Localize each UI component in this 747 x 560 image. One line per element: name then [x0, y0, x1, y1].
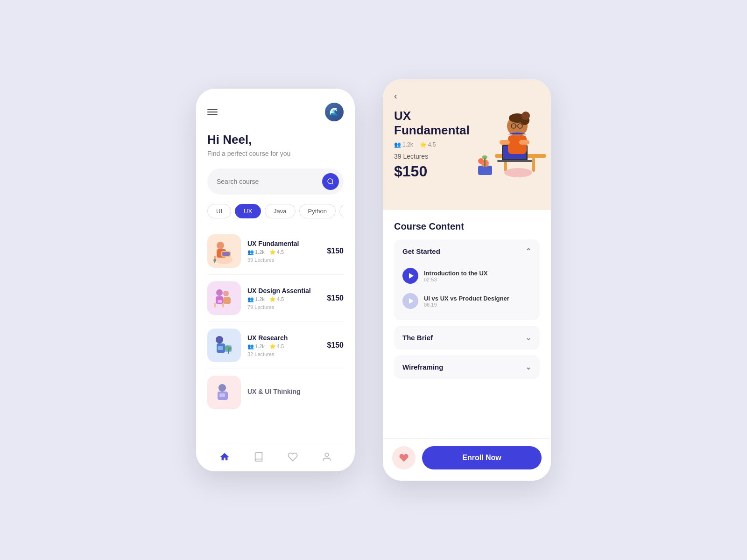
svg-point-23: [228, 347, 232, 350]
course-price: $150: [327, 294, 344, 302]
accordion-get-started: Get Started ⌃ Introduction to the UX 02:…: [394, 239, 540, 320]
lesson-duration: 06:19: [424, 302, 531, 308]
students-meta: 👥 1.2k: [394, 141, 413, 148]
search-bar: [207, 168, 344, 195]
svg-point-3: [217, 242, 224, 249]
course-info: UX Research 👥 1.2k ⭐ 4.5 32 Lectures: [247, 334, 320, 357]
course-thumbnail-2: [207, 281, 241, 315]
favorite-button[interactable]: [392, 446, 416, 469]
search-button[interactable]: [322, 173, 339, 190]
greeting-name: Hi Neel,: [207, 133, 344, 147]
course-info: UX Fundamental 👥 1.2k ⭐ 4.5 39 Lectures: [247, 240, 320, 263]
svg-rect-30: [532, 158, 535, 172]
back-button[interactable]: ‹: [394, 91, 397, 101]
bottom-nav: [207, 444, 344, 471]
course-title: UX Fundamental: [247, 240, 320, 247]
nav-profile[interactable]: [322, 452, 332, 462]
search-input[interactable]: [217, 178, 317, 185]
svg-rect-6: [222, 252, 230, 256]
course-title: UX Research: [247, 334, 320, 342]
svg-rect-25: [218, 392, 228, 400]
svg-rect-5: [221, 251, 231, 257]
accordion-header-wireframing[interactable]: Wireframing ⌄: [394, 355, 540, 379]
filter-tab-jav[interactable]: Jav: [339, 204, 344, 218]
svg-rect-35: [497, 160, 532, 162]
course-lectures: 32 Lectures: [247, 351, 320, 357]
lesson-duration: 02:53: [424, 277, 531, 282]
star-icon: ⭐: [269, 343, 276, 350]
chevron-down-icon: ⌄: [525, 333, 531, 342]
bottom-actions: Enroll Now: [383, 438, 551, 481]
course-content-section: Course Content Get Started ⌃ Introductio…: [383, 210, 551, 438]
filter-tab-python[interactable]: Python: [299, 204, 336, 218]
list-item[interactable]: Introduction to the UX 02:53: [402, 263, 531, 288]
accordion-header-the-brief[interactable]: The Brief ⌄: [394, 326, 540, 350]
accordion-body: Introduction to the UX 02:53 UI vs UX vs…: [394, 263, 540, 320]
filter-tab-java[interactable]: Java: [265, 204, 295, 218]
students-icon: 👥: [394, 141, 401, 148]
enroll-now-button[interactable]: Enroll Now: [422, 446, 542, 469]
avatar[interactable]: 🌊: [325, 103, 344, 121]
svg-rect-49: [484, 158, 486, 167]
svg-point-48: [478, 158, 484, 164]
course-thumbnail-4: [207, 376, 241, 409]
nav-courses[interactable]: [254, 452, 264, 462]
course-list: UX Fundamental 👥 1.2k ⭐ 4.5 39 Lectures …: [207, 228, 344, 439]
list-item[interactable]: UI vs UX vs Product Designer 06:19: [402, 288, 531, 314]
course-lectures: 39 Lectures: [247, 257, 320, 263]
phone-left: 🌊 Hi Neel, Find a perfect course for you…: [196, 89, 355, 471]
nav-favorites[interactable]: [288, 452, 298, 462]
svg-rect-37: [500, 140, 510, 145]
svg-rect-9: [214, 259, 215, 263]
svg-rect-18: [217, 343, 225, 353]
course-info: UX Design Assential 👥 1.2k ⭐ 4.5 79 Lect…: [247, 287, 320, 310]
svg-point-22: [225, 346, 229, 350]
svg-rect-21: [228, 349, 229, 354]
svg-rect-38: [519, 140, 529, 145]
svg-rect-4: [217, 249, 226, 258]
svg-point-0: [328, 179, 333, 184]
course-info: UX & UI Thinking: [247, 388, 344, 397]
hero-illustration: [467, 79, 551, 191]
svg-rect-16: [222, 303, 224, 308]
chevron-down-icon: ⌄: [525, 363, 531, 371]
accordion-label: Get Started: [402, 247, 440, 255]
play-button-light[interactable]: [402, 293, 418, 309]
section-title: Course Content: [394, 221, 540, 232]
filter-tab-ux[interactable]: UX: [235, 204, 261, 218]
course-price: $150: [327, 341, 344, 350]
accordion-the-brief: The Brief ⌄: [394, 326, 540, 350]
star-icon: ⭐: [420, 141, 427, 148]
students-icon: 👥: [247, 249, 254, 255]
svg-point-10: [216, 289, 223, 296]
list-item[interactable]: UX Design Assential 👥 1.2k ⭐ 4.5 79 Lect…: [207, 275, 344, 322]
star-icon: ⭐: [269, 296, 276, 302]
course-lectures: 79 Lectures: [247, 304, 320, 310]
course-hero-title: UX Fundamental: [394, 109, 474, 138]
students-icon: 👥: [247, 296, 254, 302]
list-item[interactable]: UX Research 👥 1.2k ⭐ 4.5 32 Lectures $15…: [207, 322, 344, 369]
filter-tab-ui[interactable]: UI: [207, 204, 231, 218]
chevron-up-icon: ⌃: [525, 247, 531, 256]
nav-home[interactable]: [219, 452, 230, 462]
lesson-info: UI vs UX vs Product Designer 06:19: [424, 295, 531, 308]
course-meta: 👥 1.2k ⭐ 4.5: [247, 249, 320, 255]
course-price: $150: [327, 247, 344, 255]
svg-point-11: [223, 291, 229, 296]
course-title: UX Design Assential: [247, 287, 320, 294]
course-hero: ‹ UX Fundamental 👥 1.2k ⭐ 4.5 39 Lecture…: [383, 79, 551, 210]
list-item[interactable]: UX & UI Thinking: [207, 369, 344, 416]
lesson-title: Introduction to the UX: [424, 270, 531, 277]
rating-meta: ⭐ 4.5: [420, 141, 436, 148]
star-icon: ⭐: [269, 249, 276, 255]
accordion-label: Wireframing: [402, 363, 443, 371]
course-meta: 👥 1.2k ⭐ 4.5: [247, 296, 320, 302]
play-button[interactable]: [402, 268, 418, 284]
hamburger-menu-icon[interactable]: [207, 109, 218, 115]
accordion-header-get-started[interactable]: Get Started ⌃: [394, 239, 540, 263]
play-icon: [409, 273, 414, 279]
students-icon: 👥: [247, 343, 254, 350]
course-title: UX & UI Thinking: [247, 388, 344, 395]
list-item[interactable]: UX Fundamental 👥 1.2k ⭐ 4.5 39 Lectures …: [207, 228, 344, 275]
svg-rect-13: [223, 297, 231, 304]
